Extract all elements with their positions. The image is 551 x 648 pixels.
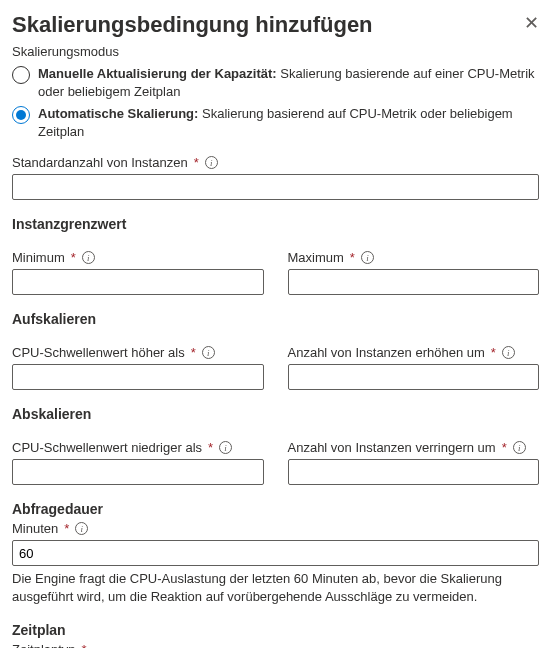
instance-limits-heading: Instanzgrenzwert	[12, 216, 539, 232]
radio-unchecked-icon	[12, 66, 30, 84]
required-marker: *	[350, 250, 355, 265]
maximum-input[interactable]	[288, 269, 540, 295]
schedule-heading: Zeitplan	[12, 622, 539, 638]
required-marker: *	[194, 155, 199, 170]
schedule-type-label: Zeitplantyp	[12, 642, 76, 648]
info-icon[interactable]: i	[205, 156, 218, 169]
increase-instances-input[interactable]	[288, 364, 540, 390]
scaling-mode-label: Skalierungsmodus	[12, 44, 539, 59]
panel-title: Skalierungsbedingung hinzufügen	[12, 12, 373, 38]
minutes-label: Minuten	[12, 521, 58, 536]
decrease-instances-label: Anzahl von Instanzen verringern um	[288, 440, 496, 455]
scaling-mode-auto-option[interactable]: Automatische Skalierung: Skalierung basi…	[12, 105, 539, 141]
scale-in-heading: Abskalieren	[12, 406, 539, 422]
query-help-text: Die Engine fragt die CPU-Auslastung der …	[12, 570, 539, 606]
required-marker: *	[208, 440, 213, 455]
minutes-input[interactable]	[12, 540, 539, 566]
info-icon[interactable]: i	[219, 441, 232, 454]
close-icon[interactable]: ✕	[524, 12, 539, 34]
required-marker: *	[191, 345, 196, 360]
info-icon[interactable]: i	[502, 346, 515, 359]
cpu-threshold-low-label: CPU-Schwellenwert niedriger als	[12, 440, 202, 455]
cpu-threshold-high-label: CPU-Schwellenwert höher als	[12, 345, 185, 360]
info-icon[interactable]: i	[82, 251, 95, 264]
info-icon[interactable]: i	[513, 441, 526, 454]
required-marker: *	[502, 440, 507, 455]
info-icon[interactable]: i	[202, 346, 215, 359]
info-icon[interactable]: i	[361, 251, 374, 264]
scaling-mode-auto-bold: Automatische Skalierung:	[38, 106, 198, 121]
required-marker: *	[71, 250, 76, 265]
default-instances-input[interactable]	[12, 174, 539, 200]
scale-out-heading: Aufskalieren	[12, 311, 539, 327]
increase-instances-label: Anzahl von Instanzen erhöhen um	[288, 345, 485, 360]
info-icon[interactable]: i	[75, 522, 88, 535]
required-marker: *	[64, 521, 69, 536]
radio-checked-icon	[12, 106, 30, 124]
scaling-mode-manual-bold: Manuelle Aktualisierung der Kapazität:	[38, 66, 277, 81]
default-instances-label: Standardanzahl von Instanzen	[12, 155, 188, 170]
required-marker: *	[82, 642, 87, 648]
cpu-threshold-low-input[interactable]	[12, 459, 264, 485]
maximum-label: Maximum	[288, 250, 344, 265]
query-duration-heading: Abfragedauer	[12, 501, 539, 517]
minimum-input[interactable]	[12, 269, 264, 295]
scaling-mode-manual-option[interactable]: Manuelle Aktualisierung der Kapazität: S…	[12, 65, 539, 101]
minimum-label: Minimum	[12, 250, 65, 265]
cpu-threshold-high-input[interactable]	[12, 364, 264, 390]
required-marker: *	[491, 345, 496, 360]
decrease-instances-input[interactable]	[288, 459, 540, 485]
